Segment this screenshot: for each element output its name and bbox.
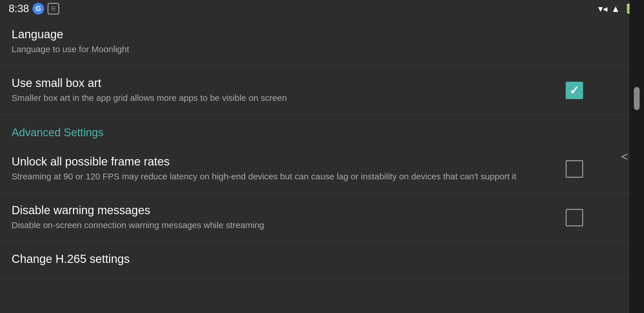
clipboard-icon: ⎘ xyxy=(48,3,59,14)
unlock-frame-rates-title: Unlock all possible frame rates xyxy=(12,155,548,168)
h265-title: Change H.265 settings xyxy=(12,252,566,265)
main-content: Language Language to use for Moonlight U… xyxy=(0,17,629,313)
disable-warning-content: Disable warning messages Disable on-scre… xyxy=(12,204,566,231)
status-bar: 8:38 G ⎘ ▾◂ ▲ 🔋 xyxy=(0,0,644,17)
small-box-art-subtitle: Smaller box art in the app grid allows m… xyxy=(12,92,548,104)
small-box-art-setting[interactable]: Use small box art Smaller box art in the… xyxy=(0,66,629,115)
scrollbar-track[interactable] xyxy=(629,0,644,313)
unlock-frame-rates-checkbox[interactable] xyxy=(566,160,583,178)
disable-warning-subtitle: Disable on-screen connection warning mes… xyxy=(12,219,548,231)
back-arrow[interactable]: < xyxy=(621,150,628,163)
language-content: Language Language to use for Moonlight xyxy=(12,28,583,55)
unlock-frame-rates-setting[interactable]: Unlock all possible frame rates Streamin… xyxy=(0,145,629,193)
language-setting[interactable]: Language Language to use for Moonlight xyxy=(0,17,629,66)
disable-warning-setting[interactable]: Disable warning messages Disable on-scre… xyxy=(0,193,629,242)
h265-setting[interactable]: Change H.265 settings xyxy=(0,242,629,279)
status-left: 8:38 G ⎘ xyxy=(9,3,59,15)
unlock-frame-rates-content: Unlock all possible frame rates Streamin… xyxy=(12,155,566,183)
google-icon: G xyxy=(32,3,44,14)
advanced-settings-header: Advanced Settings xyxy=(0,115,629,145)
language-title: Language xyxy=(12,28,566,41)
signal-icon: ▲ xyxy=(611,3,620,14)
wifi-icon: ▾◂ xyxy=(598,3,607,14)
unlock-frame-rates-subtitle: Streaming at 90 or 120 FPS may reduce la… xyxy=(12,170,548,183)
small-box-art-title: Use small box art xyxy=(12,77,548,90)
advanced-settings-label: Advanced Settings xyxy=(12,126,104,139)
small-box-art-content: Use small box art Smaller box art in the… xyxy=(12,77,566,104)
small-box-art-checkbox[interactable] xyxy=(566,82,583,99)
disable-warning-checkbox[interactable] xyxy=(566,209,583,226)
h265-content: Change H.265 settings xyxy=(12,252,583,268)
language-subtitle: Language to use for Moonlight xyxy=(12,43,566,55)
scrollbar-thumb[interactable] xyxy=(634,87,640,110)
status-time: 8:38 xyxy=(9,3,29,15)
disable-warning-title: Disable warning messages xyxy=(12,204,548,217)
